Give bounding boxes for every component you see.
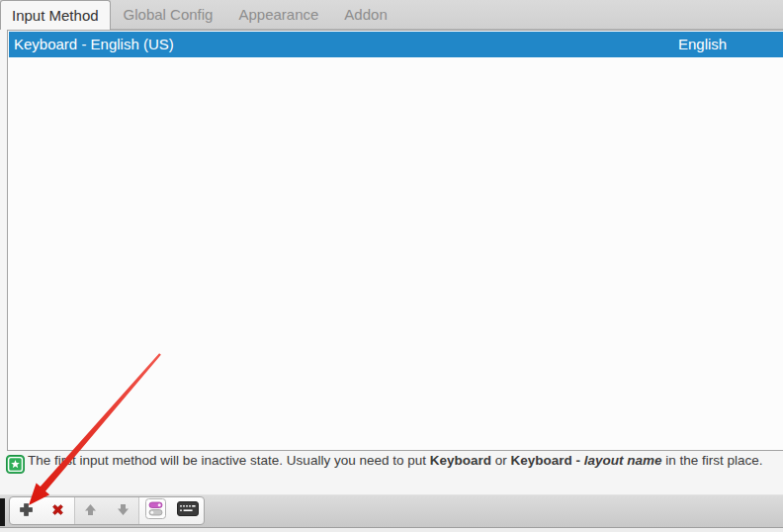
- green-star-badge-icon: [6, 455, 25, 474]
- fcitx-config-window: Input Method Global Config Appearance Ad…: [0, 0, 783, 532]
- list-toolbar: [9, 496, 205, 525]
- plus-icon: [20, 502, 33, 520]
- tab-bar: Input Method Global Config Appearance Ad…: [0, 0, 783, 30]
- input-method-name: Keyboard - English (US): [14, 32, 174, 57]
- info-note: The first input method will be inactive …: [28, 451, 769, 471]
- info-note-italic-layout-name: layout name: [584, 453, 662, 468]
- delete-x-icon: [51, 502, 64, 520]
- tab-global-config[interactable]: Global Config: [111, 0, 226, 29]
- info-note-text: in the first place.: [662, 453, 763, 468]
- arrow-up-icon: [84, 502, 97, 520]
- info-note-text: or: [491, 453, 511, 468]
- background-window-edge: [0, 498, 5, 526]
- add-button[interactable]: [10, 497, 42, 524]
- input-method-language: English: [678, 32, 727, 57]
- keyboard-icon: [177, 501, 199, 520]
- move-down-button[interactable]: [107, 497, 138, 524]
- tab-addon[interactable]: Addon: [331, 0, 399, 29]
- info-note-bold-keyboard: Keyboard: [430, 453, 491, 468]
- input-method-list[interactable]: Keyboard - English (US) English: [7, 30, 783, 451]
- configure-button[interactable]: [138, 497, 171, 524]
- preferences-toggles-icon: [145, 498, 166, 523]
- info-note-text: The first input method will be inactive …: [28, 453, 430, 468]
- arrow-down-icon: [117, 502, 130, 520]
- window-bottom-edge: [0, 528, 783, 532]
- remove-button[interactable]: [42, 497, 73, 524]
- list-item-selected[interactable]: Keyboard - English (US) English: [9, 32, 783, 57]
- move-up-button[interactable]: [74, 497, 107, 524]
- info-note-bold-keyboard-layout: Keyboard -: [511, 453, 584, 468]
- tab-appearance[interactable]: Appearance: [225, 0, 331, 29]
- keyboard-layout-button[interactable]: [172, 497, 204, 524]
- tab-input-method[interactable]: Input Method: [0, 0, 111, 30]
